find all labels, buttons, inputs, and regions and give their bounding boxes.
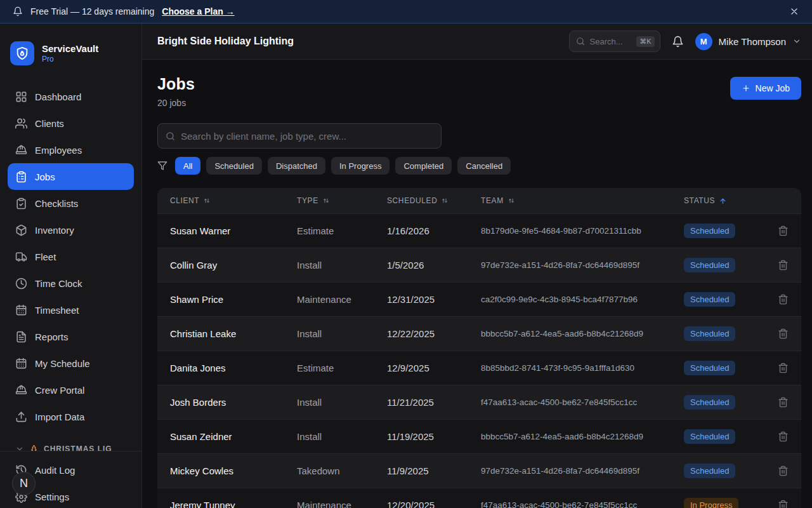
- trash-icon[interactable]: [778, 397, 789, 408]
- sidebar-item-icon: [15, 144, 27, 156]
- column-label: Scheduled: [387, 196, 437, 205]
- sort-asc-icon: [719, 197, 727, 205]
- sidebar-item-label: Checklists: [35, 198, 78, 209]
- sort-icon: [508, 197, 515, 204]
- sidebar-item-time-clock[interactable]: Time Clock: [8, 270, 134, 297]
- banner-close-icon[interactable]: [789, 6, 799, 17]
- team-cell: ca2f0c99-9e9c-4c3b-8945-bca4f7877b96: [481, 295, 684, 304]
- trash-icon[interactable]: [778, 500, 789, 508]
- app-logo: [10, 41, 34, 65]
- global-search-input[interactable]: Search... ⌘K: [569, 30, 660, 52]
- sidebar-item-dashboard[interactable]: Dashboard: [8, 83, 134, 110]
- scheduled-cell: 11/21/2025: [387, 397, 481, 408]
- table-row[interactable]: Danita Jones Estimate 12/9/2025 8b85bbd2…: [157, 351, 801, 385]
- sidebar-item-icon: [15, 411, 27, 423]
- column-header-type[interactable]: Type: [297, 196, 387, 205]
- avatar: M: [695, 33, 712, 50]
- client-cell: Jeremy Tunney: [170, 500, 297, 508]
- jobs-table: Client Type Scheduled Team Status Susan …: [157, 188, 801, 508]
- column-label: Team: [481, 196, 504, 205]
- page-title: Jobs: [157, 75, 195, 93]
- brand: ServiceVault Pro: [0, 23, 141, 83]
- sidebar-item-label: Audit Log: [35, 465, 75, 476]
- sidebar-item-my-schedule[interactable]: My Schedule: [8, 350, 134, 377]
- client-cell: Collin Gray: [170, 260, 297, 271]
- trash-icon[interactable]: [778, 225, 789, 236]
- sidebar-item-crew-portal[interactable]: Crew Portal: [8, 377, 134, 403]
- trash-icon[interactable]: [778, 431, 789, 442]
- sidebar-item-employees[interactable]: Employees: [8, 137, 134, 163]
- column-label: Client: [170, 196, 199, 205]
- sidebar-item-label: Settings: [35, 491, 69, 502]
- global-search-placeholder: Search...: [590, 37, 632, 46]
- jobs-search-input[interactable]: [181, 131, 433, 142]
- notifications-bell-icon[interactable]: [672, 36, 684, 48]
- table-row[interactable]: Susan Warner Estimate 1/16/2026 8b179d0e…: [157, 213, 801, 248]
- scheduled-cell: 12/31/2025: [387, 294, 481, 305]
- trash-icon[interactable]: [778, 294, 789, 305]
- column-header-status[interactable]: Status: [684, 196, 778, 205]
- sidebar-item-icon: [15, 384, 27, 396]
- filter-chip-completed[interactable]: Completed: [395, 157, 452, 175]
- team-cell: 97de732e-a151-4d26-8fa7-dc64469d895f: [481, 260, 684, 270]
- trash-icon[interactable]: [778, 363, 789, 373]
- status-badge: Scheduled: [684, 429, 735, 444]
- client-cell: Susan Zeidner: [170, 431, 297, 442]
- sidebar-item-jobs[interactable]: Jobs: [8, 163, 134, 190]
- sidebar-item-timesheet[interactable]: Timesheet: [8, 297, 134, 323]
- table-row[interactable]: Susan Zeidner Install 11/19/2025 bbbcc5b…: [157, 419, 801, 453]
- table-row[interactable]: Shawn Price Maintenance 12/31/2025 ca2f0…: [157, 282, 801, 316]
- status-badge: In Progress: [684, 498, 738, 508]
- client-cell: Susan Warner: [170, 225, 297, 236]
- column-header-scheduled[interactable]: Scheduled: [387, 196, 481, 205]
- company-name: Bright Side Holiday Lighting: [157, 36, 294, 47]
- sort-icon: [322, 197, 330, 204]
- filter-chip-dispatched[interactable]: Dispatched: [268, 157, 325, 175]
- filter-chip-scheduled[interactable]: Scheduled: [206, 157, 261, 175]
- search-icon: [166, 131, 175, 141]
- type-cell: Takedown: [297, 465, 387, 476]
- table-row[interactable]: Jeremy Tunney Maintenance 12/20/2025 f47…: [157, 488, 801, 508]
- sort-icon: [441, 197, 449, 204]
- type-cell: Install: [297, 431, 387, 442]
- sidebar-section-christmas[interactable]: CHRISTMAS LIG: [8, 430, 134, 451]
- team-cell: f47aa613-acac-4500-be62-7e845f5cc1cc: [481, 500, 684, 508]
- table-row[interactable]: Collin Gray Install 1/5/2026 97de732e-a1…: [157, 248, 801, 282]
- table-row[interactable]: Christian Leake Install 12/22/2025 bbbcc…: [157, 316, 801, 351]
- sidebar-item-import-data[interactable]: Import Data: [8, 403, 134, 430]
- column-label: Type: [297, 196, 318, 205]
- column-header-client[interactable]: Client: [170, 196, 297, 205]
- team-cell: f47aa613-acac-4500-be62-7e845f5cc1cc: [481, 398, 684, 407]
- choose-plan-link[interactable]: Choose a Plan →: [162, 6, 234, 17]
- sidebar-item-clients[interactable]: Clients: [8, 110, 134, 137]
- chevron-down-icon: [15, 444, 24, 451]
- filter-chip-all[interactable]: All: [175, 157, 200, 175]
- sidebar-item-icon: [15, 224, 27, 236]
- trash-icon[interactable]: [778, 328, 789, 339]
- n-floating-badge[interactable]: N: [12, 472, 36, 495]
- column-header-team[interactable]: Team: [481, 196, 684, 205]
- sidebar-item-inventory[interactable]: Inventory: [8, 217, 134, 243]
- sidebar-item-reports[interactable]: Reports: [8, 323, 134, 350]
- sidebar-item-label: My Schedule: [35, 358, 90, 369]
- table-row[interactable]: Mickey Cowles Takedown 11/9/2025 97de732…: [157, 453, 801, 488]
- filter-chip-in-progress[interactable]: In Progress: [331, 157, 390, 175]
- sidebar-item-fleet[interactable]: Fleet: [8, 243, 134, 270]
- column-label: Status: [684, 196, 715, 205]
- table-row[interactable]: Josh Borders Install 11/21/2025 f47aa613…: [157, 385, 801, 419]
- trash-icon[interactable]: [778, 260, 789, 271]
- scheduled-cell: 1/16/2026: [387, 225, 481, 236]
- user-menu[interactable]: M Mike Thompson: [695, 33, 801, 50]
- new-job-button[interactable]: New Job: [730, 77, 801, 100]
- sidebar-item-icon: [15, 304, 27, 316]
- team-cell: 8b85bbd2-8741-473f-9c95-9a1fffa1d630: [481, 363, 684, 373]
- scheduled-cell: 11/9/2025: [387, 465, 481, 476]
- filter-chip-cancelled[interactable]: Cancelled: [457, 157, 511, 175]
- sidebar-item-label: Jobs: [35, 171, 55, 182]
- jobs-page: Jobs 20 jobs New Job All Scheduled Dispa…: [142, 60, 812, 508]
- sidebar-item-label: Import Data: [35, 411, 84, 422]
- trash-icon[interactable]: [778, 465, 789, 476]
- sidebar-item-checklists[interactable]: Checklists: [8, 190, 134, 217]
- sidebar: ServiceVault Pro Dashboard Clients Emplo…: [0, 23, 142, 508]
- team-cell: 8b179d0e-9fe5-4684-9b87-d70021311cbb: [481, 226, 684, 236]
